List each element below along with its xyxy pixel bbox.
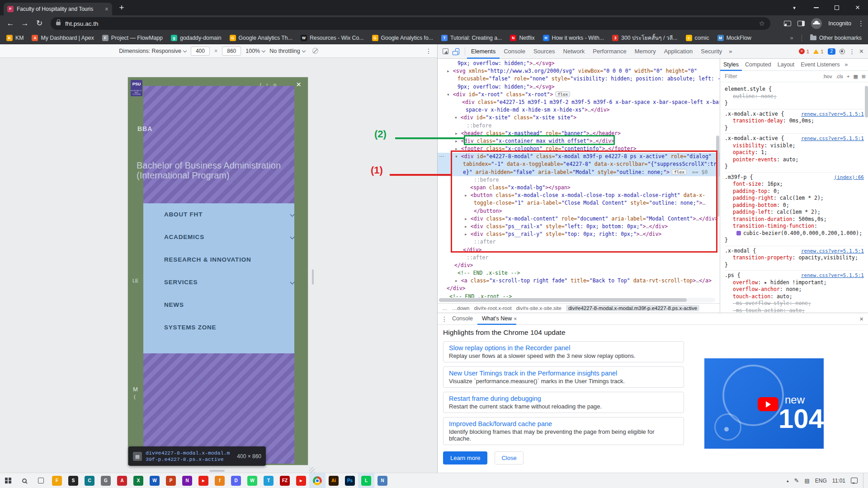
taskbar-app-icon[interactable]: P — [163, 473, 179, 488]
bookmark-item[interactable]: GGoogle Analytics Th... — [230, 35, 292, 41]
modal-close-icon[interactable]: × — [296, 80, 301, 89]
taskbar-app-icon[interactable]: FZ — [277, 473, 293, 488]
style-property[interactable]: padding-top: 0; — [725, 188, 864, 195]
warning-badge-icon[interactable] — [813, 49, 819, 54]
style-property[interactable]: cubic-bezier(0.400,0.000,0.200,1.000); — [725, 230, 864, 237]
breadcrumb-item[interactable]: div#e4227-8-modal.x-modal.m39f-p.e4227-8… — [566, 305, 699, 311]
taskbar-app-icon[interactable]: f — [212, 473, 228, 488]
taskbar-app-icon[interactable]: A — [114, 473, 130, 488]
bookmark-item[interactable]: NNetflix — [510, 35, 534, 41]
cubic-bezier-icon[interactable] — [736, 231, 741, 235]
style-property[interactable]: transition-timing-function: — [725, 223, 864, 230]
viewport-width-input[interactable] — [191, 47, 210, 56]
whats-new-card-link[interactable]: Improved Back/forward cache pane — [449, 420, 678, 427]
bookmark-item[interactable]: 3300 ประโยคสั้นๆ / วลี... — [612, 33, 677, 42]
element-classes-button[interactable]: .cls — [835, 74, 843, 79]
style-property[interactable]: outline: none; — [725, 93, 864, 100]
action-center-icon[interactable] — [851, 478, 858, 483]
style-property[interactable]: overflow: ▸ hidden !important; — [725, 279, 864, 286]
bookmark-item[interactable]: KKM — [6, 35, 24, 41]
style-property[interactable]: transition-duration: 500ms,0s; — [725, 216, 864, 223]
style-property[interactable]: padding-left: calc(1em * 2); — [725, 209, 864, 216]
taskbar-app-icon[interactable]: G — [98, 473, 114, 488]
devtools-close-icon[interactable]: × — [859, 47, 863, 56]
breadcrumb-item[interactable]: div#x-root.x-root — [474, 305, 512, 311]
code-line[interactable]: focusable="false" role="none" style="vis… — [438, 75, 720, 83]
bookmark-item[interactable]: GGoogle Analytics fo... — [372, 35, 434, 41]
back-icon[interactable]: ← — [5, 18, 16, 29]
code-line[interactable]: </div> — [438, 262, 720, 269]
breadcrumb-item[interactable]: …down — [452, 305, 470, 311]
taskbar-app-icon[interactable]: Ps — [342, 473, 358, 488]
drawer-tab-console[interactable]: Console — [448, 313, 477, 325]
grid-overlay-icon[interactable]: ▦ — [853, 74, 858, 80]
stylesheet-link[interactable]: (index):66 — [834, 174, 864, 181]
style-rule-selector[interactable]: element.style { — [725, 86, 864, 93]
code-line[interactable]: space-v x-hide-md x-hide-sm x-hide-xs">…… — [438, 106, 720, 114]
style-property[interactable]: pointer-events: auto; — [725, 156, 864, 164]
bookmarks-overflow-icon[interactable]: » — [790, 34, 793, 41]
bookmark-item[interactable]: WResources - Wix Co... — [301, 35, 364, 41]
bookmark-item[interactable]: ggodaddy-domain — [171, 35, 222, 41]
viewport-height-input[interactable] — [222, 47, 241, 56]
window-minimize-button[interactable] — [806, 0, 826, 15]
code-line[interactable]: </div> — [438, 285, 720, 292]
browser-menu-icon[interactable]: ⋮ — [858, 20, 864, 27]
bookmark-item[interactable]: HHow it works - With... — [543, 35, 604, 41]
devtools-tab-sources[interactable]: Sources — [529, 44, 559, 59]
throttling-select[interactable]: No throttling — [269, 48, 305, 54]
drawer-tab-close-icon[interactable]: × — [514, 316, 517, 322]
dimensions-select[interactable]: Dimensions: Responsive — [119, 48, 186, 54]
code-line[interactable]: ▸ <svg xmlns="http://www.w3.org/2000/svg… — [438, 67, 720, 75]
whats-new-video-thumbnail[interactable]: new 104 — [704, 358, 824, 449]
viewport-resize-handle-right[interactable] — [312, 269, 314, 285]
taskbar-app-icon[interactable]: T — [260, 473, 277, 488]
bookmark-star-icon[interactable]: ☆ — [759, 19, 765, 28]
style-property[interactable]: padding-right: calc(1em * 2); — [725, 195, 864, 202]
error-badge-icon[interactable]: × — [799, 48, 805, 54]
browser-tab[interactable]: F Faculty of Hospitality and Touris × — [4, 3, 112, 15]
tab-search-icon[interactable]: ▾ — [788, 0, 801, 15]
taskbar-app-icon[interactable]: L — [358, 473, 374, 488]
devtools-tab-elements[interactable]: Elements — [467, 44, 500, 59]
code-line[interactable]: ▾ <div id="x-root" class="x-root">flex — [438, 91, 720, 99]
style-property[interactable]: -ms-overflow-style: none; — [725, 300, 864, 307]
site-menu-item[interactable]: ACADEMICS — [164, 226, 294, 249]
start-button[interactable] — [0, 473, 16, 488]
flex-badge[interactable]: flex — [555, 91, 570, 97]
style-property[interactable]: opacity: 1; — [725, 149, 864, 156]
taskbar-app-icon[interactable]: S — [65, 473, 81, 488]
taskbar-app-icon[interactable]: C — [81, 473, 98, 488]
taskbar-app-icon[interactable]: ► — [293, 473, 309, 488]
styles-tab-layout[interactable]: Layout — [774, 59, 798, 71]
taskbar-app-icon[interactable]: N — [374, 473, 391, 488]
site-menu-item[interactable]: RESEARCH & INNOVATION — [164, 249, 294, 271]
tray-grid-icon[interactable]: ▤ — [805, 478, 810, 484]
viewport-resize-handle-corner[interactable] — [309, 467, 315, 473]
style-property[interactable]: visibility: visible; — [725, 142, 864, 150]
task-view-button[interactable] — [33, 473, 49, 488]
elements-horizontal-scrollbar[interactable] — [439, 298, 687, 302]
forward-icon[interactable]: → — [19, 18, 31, 29]
element-actions-icon[interactable]: … — [439, 152, 444, 158]
taskbar-app-icon[interactable]: D — [228, 473, 244, 488]
taskbar-app-icon[interactable]: Ai — [326, 473, 342, 488]
style-rule-selector[interactable]: renew.css?ver=5.1.5:1.x-modal.x-active { — [725, 135, 864, 142]
cast-icon[interactable] — [784, 21, 791, 26]
device-toolbar-menu-icon[interactable]: ⋮ — [425, 47, 432, 55]
code-line[interactable]: ▸ <a class="x-scroll-top right fade" tit… — [438, 277, 720, 285]
new-tab-button[interactable]: + — [116, 2, 127, 14]
site-menu-item[interactable]: ABOUT FHT — [164, 203, 294, 226]
code-line[interactable]: 9px; overflow: hidden;">…</svg> — [438, 83, 720, 91]
play-button-icon[interactable] — [758, 397, 778, 411]
style-property[interactable]: transition-delay: 0ms,0ms; — [725, 117, 864, 125]
whats-new-card-link[interactable]: New User Timings track in the Performanc… — [449, 370, 678, 377]
stylesheet-link[interactable]: renew.css?ver=5.1.5:1 — [801, 135, 864, 142]
other-bookmarks-button[interactable]: Other bookmarks — [810, 35, 862, 41]
settings-gear-icon[interactable] — [840, 49, 845, 54]
code-line[interactable]: 9px; overflow: hidden;">…</svg> — [438, 60, 720, 67]
tray-expand-icon[interactable]: ▴ — [787, 479, 789, 483]
style-property[interactable]: -ms-touch-action: auto; — [725, 307, 864, 313]
taskbar-app-icon[interactable] — [309, 473, 326, 488]
bookmark-item[interactable]: ccomic — [686, 35, 709, 41]
